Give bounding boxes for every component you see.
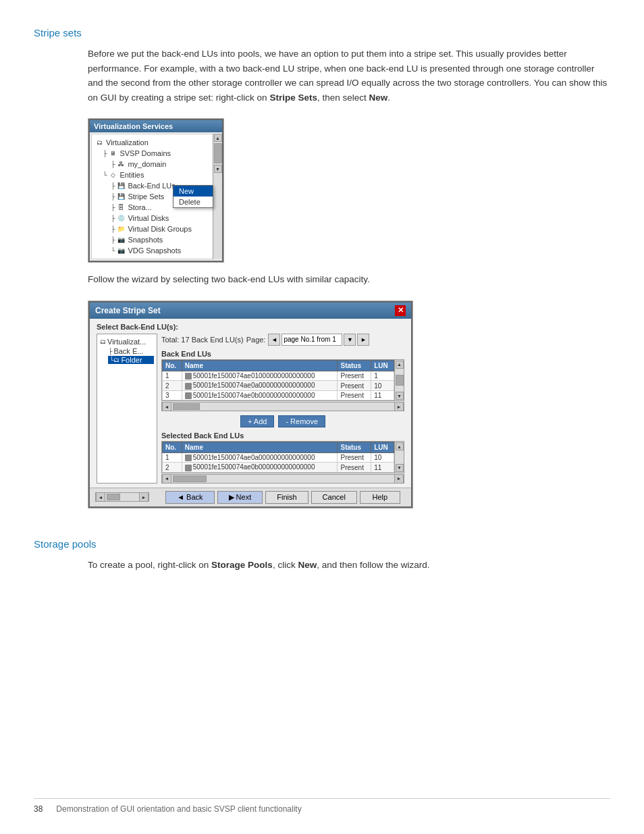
page-nav: ◄ ▼ ► <box>268 334 369 346</box>
sel-scroll-h-right[interactable]: ► <box>394 474 404 484</box>
backend-lus-table-wrapper: No. Name Status LUN <box>161 359 404 401</box>
next-button[interactable]: ▶ Next <box>217 491 263 504</box>
col-name: Name <box>182 360 338 371</box>
sel-row-name: 50001fe1500074ae0b000000000000000 <box>182 463 338 472</box>
scroll-up-arrow[interactable]: ▲ <box>214 134 222 142</box>
stripe-sets-para2: Follow the wizard by selecting two back-… <box>88 272 610 287</box>
add-button[interactable]: + Add <box>240 415 274 427</box>
sel-table-scrollbar-v[interactable]: ▲ ▼ <box>394 442 404 473</box>
page-footer: 38 Demonstration of GUI orientation and … <box>34 798 610 814</box>
table-scroll-thumb <box>396 375 404 386</box>
selected-scroll-h[interactable]: ◄ ► <box>161 474 404 484</box>
virt-services-title: Virtualization Services <box>90 120 222 132</box>
sel-row-name: 50001fe1500074ae0a000000000000000 <box>182 453 338 463</box>
sel-scroll-h-left[interactable]: ◄ <box>162 474 171 484</box>
selected-table-row[interactable]: 1 50001fe1500074ae0a000000000000000 Pres… <box>163 453 394 463</box>
storage-pools-body: To create a pool, right-click on Storage… <box>88 558 610 573</box>
left-scroll-h[interactable]: ◄ ► <box>95 492 149 502</box>
scroll-thumb <box>214 143 222 163</box>
context-menu-new[interactable]: New <box>173 186 213 197</box>
dialog-title-text: Create Stripe Set <box>95 306 161 315</box>
selected-lus-table: No. Name Status LUN <box>162 442 394 473</box>
cancel-button[interactable]: Cancel <box>311 491 357 504</box>
finish-button[interactable]: Finish <box>265 491 308 504</box>
sel-col-lun: LUN <box>371 442 394 453</box>
sel-row-status: Present <box>338 463 371 472</box>
selected-section-label: Selected Back End LUs <box>161 432 404 440</box>
storage-icon: 🗄 <box>116 203 126 212</box>
page-next-button[interactable]: ► <box>357 334 369 346</box>
col-no: No. <box>163 360 182 371</box>
sel-scroll-up[interactable]: ▲ <box>396 442 404 450</box>
stripe-sets-body: Before we put the back-end LUs into pool… <box>88 47 610 518</box>
scroll-h-right[interactable]: ► <box>394 402 404 411</box>
dialog-bottom-area: ◄ ► ◄ Back ▶ Next Finish Cancel Help <box>90 488 411 506</box>
dialog-tree-virtualizat: 🗂 Virtualizat... <box>100 337 154 346</box>
tree-item-virtualization: 🗂 Virtualization <box>95 137 217 148</box>
row-name: 50001fe1500074ae0a000000000000000 <box>182 381 338 390</box>
table-row[interactable]: 1 50001fe1500074ae01000000000000000 Pres… <box>163 371 394 380</box>
row-lun: 1 <box>371 371 394 380</box>
table-scrollbar-v[interactable]: ▲ ▼ <box>394 360 404 400</box>
stripe-sets-para1: Before we put the back-end LUs into pool… <box>88 47 610 105</box>
snapshot-icon: 📷 <box>116 235 126 244</box>
table-row[interactable]: 2 50001fe1500074ae0a000000000000000 Pres… <box>163 381 394 390</box>
context-menu-delete[interactable]: Delete <box>173 197 213 207</box>
entities-icon: ◇ <box>108 170 117 180</box>
page-prev-button[interactable]: ◄ <box>268 334 280 346</box>
remove-button[interactable]: - Remove <box>278 415 325 427</box>
selected-table-row[interactable]: 2 50001fe1500074ae0b000000000000000 Pres… <box>163 463 394 472</box>
left-scroll-left[interactable]: ◄ <box>96 492 105 502</box>
sel-scroll-h-thumb <box>173 475 207 482</box>
dialog-panel: Create Stripe Set ✕ Select Back-End LU(s… <box>88 301 412 508</box>
left-scroll-thumb <box>107 494 120 500</box>
create-stripe-set-dialog: Create Stripe Set ✕ Select Back-End LU(s… <box>88 301 413 509</box>
back-button[interactable]: ◄ Back <box>165 491 214 504</box>
server-small-icon: 🖧 <box>116 159 126 169</box>
disk-icon-sel2 <box>185 465 192 471</box>
sel-col-status: Status <box>338 442 371 453</box>
storage-pools-section: Storage pools To create a pool, right-cl… <box>34 538 610 573</box>
tree-item-vdgsnapshots: └ 📷 VDG Snapshots <box>111 245 217 256</box>
dialog-tree-backe: ├ Back E... <box>108 346 154 356</box>
col-lun: LUN <box>371 360 394 371</box>
sel-row-status: Present <box>338 453 371 463</box>
virt-services-tree: 🗂 Virtualization ├ 🖥 SVSP Domains ├ 🖧 my… <box>91 134 221 259</box>
disk-icon-row2 <box>185 383 192 390</box>
disk-icon-stripe: 💾 <box>116 192 126 201</box>
disk-icon-backend: 💾 <box>116 181 126 190</box>
row-status: Present <box>338 390 371 400</box>
tree-item-svsp: ├ 🖥 SVSP Domains <box>103 148 217 159</box>
vdgsnapshot-icon: 📷 <box>116 246 126 255</box>
row-status: Present <box>338 381 371 390</box>
storage-pools-para: To create a pool, right-click on Storage… <box>88 558 610 573</box>
tree-item-snapshots: ├ 📷 Snapshots <box>111 234 217 245</box>
table-scroll-down[interactable]: ▼ <box>396 392 404 400</box>
backend-scroll-h[interactable]: ◄ ► <box>161 402 404 411</box>
sel-scroll-down[interactable]: ▼ <box>396 464 404 472</box>
sel-col-name: Name <box>182 442 338 453</box>
server-icon: 🖥 <box>108 149 117 158</box>
scroll-down-arrow[interactable]: ▼ <box>214 165 222 173</box>
tree-item-mydomain: ├ 🖧 my_domain <box>111 159 217 170</box>
left-scroll-right[interactable]: ► <box>139 492 149 502</box>
scroll-h-left[interactable]: ◄ <box>162 402 171 411</box>
scroll-h-thumb <box>173 403 200 410</box>
disk-icon-row1 <box>185 373 192 380</box>
dialog-top-bar: Total: 17 Back End LU(s) Page: ◄ ▼ ► <box>161 334 404 346</box>
page-input[interactable] <box>281 334 342 346</box>
table-scroll-up[interactable]: ▲ <box>396 361 404 369</box>
table-row[interactable]: 3 50001fe1500074ae0b000000000000000 Pres… <box>163 390 394 400</box>
page-description: Demonstration of GUI orientation and bas… <box>56 804 301 814</box>
row-no: 2 <box>163 381 182 390</box>
dialog-close-button[interactable]: ✕ <box>395 305 406 316</box>
scrollbar-v[interactable]: ▲ ▼ <box>213 134 222 259</box>
dialog-tree-folder[interactable]: └🗂 Folder <box>108 356 154 364</box>
disk-icon-row3 <box>185 392 192 399</box>
page-dropdown-button[interactable]: ▼ <box>344 334 356 346</box>
virt-services-screenshot: Virtualization Services 🗂 Virtualization… <box>88 118 224 263</box>
selected-lus-table-wrapper: No. Name Status LUN <box>161 441 404 473</box>
help-button[interactable]: Help <box>360 491 400 504</box>
sel-row-no: 2 <box>163 463 182 472</box>
add-remove-buttons: + Add - Remove <box>161 415 404 427</box>
